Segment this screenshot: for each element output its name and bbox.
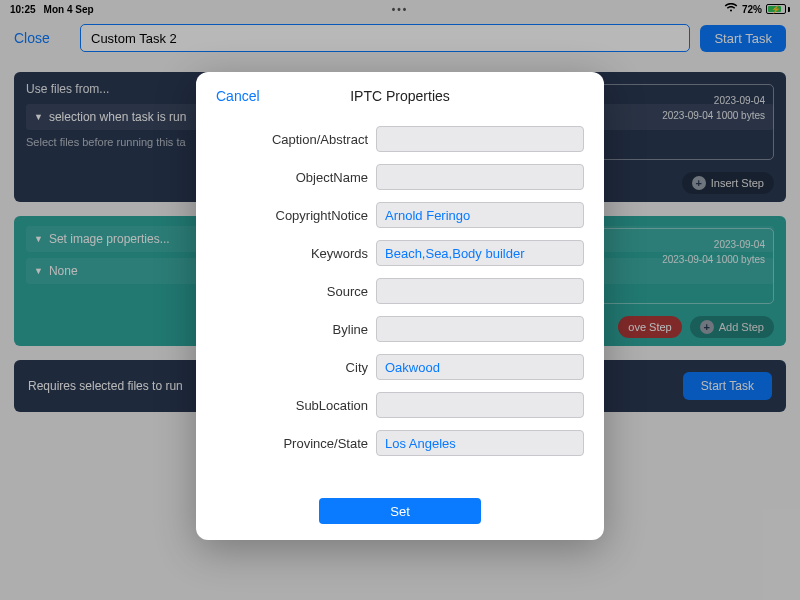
field-input[interactable] bbox=[376, 316, 584, 342]
form-row: Caption/Abstract bbox=[216, 126, 584, 152]
field-label: Province/State bbox=[216, 436, 376, 451]
field-label: Caption/Abstract bbox=[216, 132, 376, 147]
field-input[interactable] bbox=[376, 354, 584, 380]
field-input[interactable] bbox=[376, 164, 584, 190]
modal-title: IPTC Properties bbox=[216, 88, 584, 104]
form-row: City bbox=[216, 354, 584, 380]
field-input[interactable] bbox=[376, 126, 584, 152]
form-row: Source bbox=[216, 278, 584, 304]
field-label: CopyrightNotice bbox=[216, 208, 376, 223]
form-row: CopyrightNotice bbox=[216, 202, 584, 228]
field-input[interactable] bbox=[376, 278, 584, 304]
field-input[interactable] bbox=[376, 392, 584, 418]
cancel-button[interactable]: Cancel bbox=[216, 88, 260, 104]
field-input[interactable] bbox=[376, 202, 584, 228]
form-row: ObjectName bbox=[216, 164, 584, 190]
field-label: City bbox=[216, 360, 376, 375]
field-label: Source bbox=[216, 284, 376, 299]
set-button[interactable]: Set bbox=[319, 498, 481, 524]
field-input[interactable] bbox=[376, 430, 584, 456]
form-row: Byline bbox=[216, 316, 584, 342]
form-row: Keywords bbox=[216, 240, 584, 266]
field-label: SubLocation bbox=[216, 398, 376, 413]
field-label: ObjectName bbox=[216, 170, 376, 185]
iptc-properties-modal: Cancel IPTC Properties Caption/AbstractO… bbox=[196, 72, 604, 540]
field-label: Keywords bbox=[216, 246, 376, 261]
field-label: Byline bbox=[216, 322, 376, 337]
field-input[interactable] bbox=[376, 240, 584, 266]
form-row: SubLocation bbox=[216, 392, 584, 418]
form-row: Province/State bbox=[216, 430, 584, 456]
